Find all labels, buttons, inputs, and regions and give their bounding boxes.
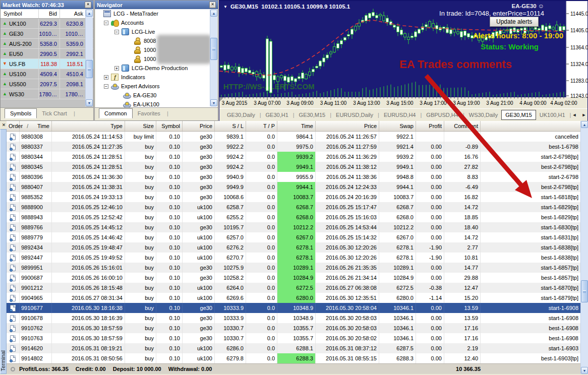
order-row[interactable]: 98803442016.05.24 11:28:51buy0.10ge30992… — [7, 152, 581, 162]
scrollbar-thumb[interactable] — [86, 60, 93, 78]
chevron-down-icon[interactable]: ▼ — [223, 5, 227, 9]
tab-tick-chart[interactable]: Tick Chart — [37, 109, 72, 118]
navigator-scrollbar[interactable]: ▲ ▼ — [210, 10, 217, 106]
cell-profit: 17.16 — [444, 333, 481, 343]
column-header-close-price[interactable]: Price — [316, 121, 379, 131]
summary-segment: Deposit: 10 000.00 — [113, 366, 161, 372]
order-row[interactable]: 99012122016.05.26 18:15:48buy0.10uk10062… — [7, 283, 581, 293]
chart-tab-eurusd,daily[interactable]: EURUSD,Daily — [332, 110, 377, 119]
chart-tab-ge30,m15[interactable]: GE30,M15 — [296, 110, 329, 119]
column-header-swap[interactable]: Swap — [379, 121, 416, 131]
scroll-up-icon[interactable]: ▲ — [86, 10, 93, 17]
column-header-open-price[interactable]: Price — [183, 121, 215, 131]
cell-order: 9914620 — [20, 343, 52, 353]
order-row[interactable]: 98804072016.05.24 11:38:31buy0.10ge30994… — [7, 182, 581, 192]
market-watch-scrollbar[interactable]: ▲ ▼ — [85, 10, 93, 106]
order-row[interactable]: 98853522016.05.24 19:33:13buy0.10ge30100… — [7, 192, 581, 202]
column-header-open-time[interactable]: Time — [20, 121, 52, 131]
chart-tab-ws30,daily[interactable]: WS30,Daily — [465, 110, 501, 119]
order-row[interactable]: 99106772016.05.30 18:16:38buy0.10ge30103… — [7, 303, 581, 313]
order-row[interactable]: 98803372016.05.24 11:27:35buy0.10ge30992… — [7, 142, 581, 152]
column-header-tp[interactable]: T / P — [246, 121, 277, 131]
scroll-down-icon[interactable]: ▼ — [210, 99, 217, 106]
tree-item-expert-advisors[interactable]: −Expert Advisors — [95, 82, 217, 91]
order-row[interactable]: 98803962016.05.24 11:36:30buy0.10ge30994… — [7, 172, 581, 182]
order-row[interactable]: 98897662016.05.25 14:45:12buy0.10ge30101… — [7, 222, 581, 232]
update-alerts-tooltip[interactable]: Update alerts — [490, 17, 539, 27]
order-row[interactable]: 99146202016.05.31 08:19:21buy0.10uk10062… — [7, 343, 581, 353]
column-header-comment[interactable]: Comment — [444, 121, 481, 131]
tab-scroll-right-icon[interactable]: ► — [581, 112, 586, 117]
close-icon[interactable]: ✕ — [85, 2, 91, 8]
chart-tab-gbpusd,h4[interactable]: GBPUSD,H4 — [423, 110, 462, 119]
chart-area[interactable]: HTTP://WS-ALERTS.COM11445.011405.011364.… — [219, 1, 587, 108]
market-row[interactable]: ▲AUS-2005358.05359.0 — [1, 39, 93, 49]
tree-item-lcg-metatrader[interactable]: LCG - MetaTrader — [95, 9, 217, 18]
tree-item-ea-ge30[interactable]: EA-GE30 — [95, 91, 217, 100]
market-row[interactable]: ▲US1004509.44510.4 — [1, 69, 93, 79]
scroll-up-icon[interactable]: ▲ — [210, 10, 217, 17]
collapse-icon[interactable]: − — [104, 84, 108, 89]
order-row[interactable]: 98897792016.05.25 14:46:42buy0.10uk10062… — [7, 232, 581, 242]
scroll-down-icon[interactable]: ▼ — [581, 367, 588, 374]
close-icon[interactable]: ✕ — [1, 122, 7, 128]
tab-common[interactable]: Common — [99, 108, 133, 118]
chart-tab-eurusd,h4[interactable]: EURUSD,H4 — [380, 110, 420, 119]
terminal-side-tab[interactable]: Terminal — [0, 129, 7, 374]
tab-favorites[interactable]: Favorites — [133, 109, 165, 118]
order-row[interactable]: 98889002016.05.25 12:46:10buy0.10uk10062… — [7, 202, 581, 212]
tree-item-lcg-demo-production[interactable]: +LCG-Demo Production — [95, 64, 217, 73]
close-icon[interactable]: ✕ — [209, 2, 216, 8]
column-header-symbol[interactable]: Symbol — [1, 9, 39, 18]
market-row[interactable]: ▼US.FB118.38118.51 — [1, 59, 93, 69]
navigator-tabs: CommonFavorites| — [95, 107, 218, 118]
expand-icon[interactable]: + — [114, 66, 119, 71]
scroll-down-icon[interactable]: ▼ — [86, 99, 93, 106]
market-row[interactable]: ▲GE301010…1010… — [1, 29, 93, 39]
order-row[interactable]: 99107622016.05.30 18:57:59buy0.10ge30103… — [7, 323, 581, 333]
order-row[interactable]: 99107632016.05.30 18:57:59buy0.10ge30103… — [7, 333, 581, 343]
tab-symbols[interactable]: Symbols — [5, 108, 37, 118]
tree-item-accounts[interactable]: −Accounts — [95, 18, 217, 27]
market-row[interactable]: ▲UK1006229.36230.8 — [1, 19, 93, 29]
column-header-profit[interactable]: Profit — [416, 121, 444, 131]
in-trade-status: In trade: Id=7048, enterPrice=10114 — [439, 10, 544, 17]
order-row[interactable]: 99106782016.05.30 18:16:39buy0.10ge30103… — [7, 313, 581, 323]
collapse-icon[interactable]: − — [114, 30, 119, 34]
chart-tab-ge30,daily[interactable]: GE30,Daily — [223, 110, 259, 119]
market-row[interactable]: ▲US5002097.52098.1 — [1, 79, 93, 89]
scrollbar-thumb[interactable] — [581, 280, 588, 302]
column-header-bid[interactable]: Bid — [39, 9, 60, 18]
column-header-type[interactable]: Type — [52, 121, 125, 131]
order-row[interactable]: 98924342016.05.25 19:48:47buy0.10uk10062… — [7, 242, 581, 253]
tab-scroll-left-icon[interactable]: ◄ — [572, 112, 576, 117]
order-row[interactable]: 99148022016.05.31 08:50:56buy0.10uk10062… — [7, 353, 581, 363]
market-row[interactable]: ▲EU502990.52992.1 — [1, 49, 93, 59]
column-header-order[interactable]: Order/ — [7, 121, 20, 131]
column-header-size[interactable]: Size — [125, 121, 156, 131]
scroll-up-icon[interactable]: ▲ — [581, 121, 588, 128]
order-row[interactable]: 99006872016.05.26 16:00:10buy0.10ge30102… — [7, 273, 581, 283]
order-row[interactable]: 98924472016.05.25 19:49:52buy0.10uk10062… — [7, 253, 581, 263]
collapse-icon[interactable]: − — [104, 21, 108, 25]
order-row[interactable]: 98889432016.05.25 12:52:42buy0.10uk10062… — [7, 212, 581, 222]
orders-scrollbar[interactable]: ▲ ▼ — [580, 121, 588, 374]
column-header-ask[interactable]: Ask — [60, 9, 86, 18]
market-row[interactable]: ▲WS301780…1780… — [1, 89, 93, 99]
column-header-close-time[interactable]: Time — [277, 121, 316, 131]
navigator-titlebar[interactable]: Navigator ✕ — [95, 1, 218, 9]
chart-tab-ge30,h1[interactable]: GE30,H1 — [262, 110, 292, 119]
market-watch-titlebar[interactable]: Market Watch: 07:46:33 ✕ — [1, 1, 93, 9]
expand-icon[interactable]: + — [104, 75, 108, 80]
order-row[interactable]: 99049652016.05.27 08:31:34buy0.10uk10062… — [7, 293, 581, 303]
tree-item-ea-uk100[interactable]: EA-UK100 — [95, 100, 217, 107]
order-row[interactable]: 98803082016.05.24 11:14:53buy limit0.10g… — [7, 132, 581, 142]
order-row[interactable]: 98999512016.05.26 15:16:01buy0.10ge30102… — [7, 263, 581, 273]
chart-tab-ge30,m15[interactable]: GE30,M15 — [501, 110, 536, 120]
column-header-sl[interactable]: S / L — [215, 121, 246, 131]
scrollbar-thumb[interactable] — [210, 38, 217, 60]
tree-item-indicators[interactable]: +Indicators — [95, 73, 217, 82]
column-header-symbol[interactable]: Symbol — [156, 121, 183, 131]
order-row[interactable]: 98803452016.05.24 11:28:51buy0.10ge30992… — [7, 162, 581, 172]
chart-tab-uk100,h1[interactable]: UK100,H1 — [536, 110, 569, 119]
